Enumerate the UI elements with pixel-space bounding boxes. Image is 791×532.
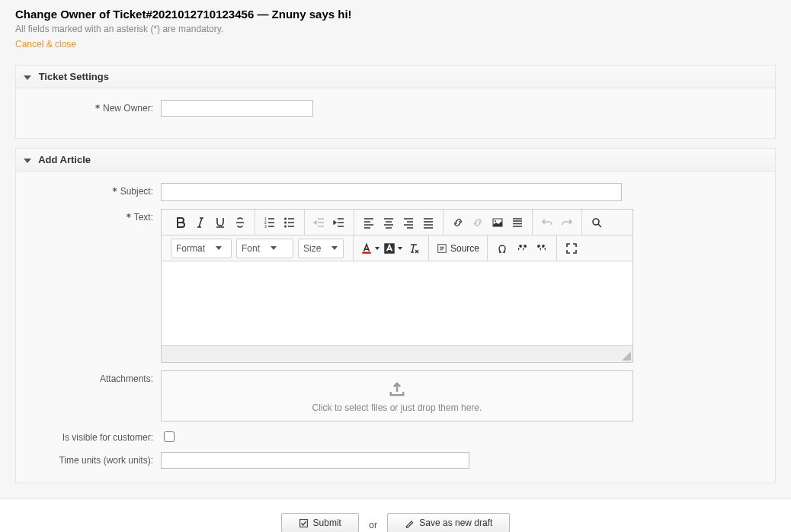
- visible-label: Is visible for customer:: [24, 429, 161, 443]
- remove-format-button[interactable]: [404, 239, 424, 258]
- new-owner-label: * New Owner:: [24, 100, 161, 114]
- editor-toolbar-2: Format Font Size: [162, 236, 632, 261]
- ticket-settings-title: Ticket Settings: [39, 71, 109, 82]
- submit-button[interactable]: Submit: [281, 513, 359, 532]
- svg-point-3: [284, 217, 287, 220]
- editor-body[interactable]: [162, 261, 632, 345]
- insert-quote-button[interactable]: [512, 239, 532, 258]
- find-button[interactable]: [587, 213, 607, 232]
- add-article-title: Add Article: [38, 154, 91, 165]
- timeunits-label: Time units (work units):: [24, 452, 161, 466]
- redo-button[interactable]: [557, 213, 577, 232]
- svg-rect-12: [299, 519, 307, 527]
- remove-quote-button[interactable]: [532, 239, 552, 258]
- maximize-button[interactable]: [562, 239, 581, 258]
- attachments-hint: Click to select files or just drop them …: [162, 402, 632, 413]
- collapse-icon: [24, 159, 31, 163]
- horizontal-rule-button[interactable]: [508, 213, 527, 232]
- resize-grip-icon[interactable]: [622, 351, 631, 361]
- page-header: Change Owner of Ticket#2021012710123456 …: [0, 0, 791, 56]
- add-article-toggle[interactable]: Add Article: [16, 149, 775, 171]
- align-left-button[interactable]: [359, 213, 379, 232]
- or-text: or: [369, 520, 377, 530]
- upload-icon: [162, 380, 632, 399]
- new-owner-input[interactable]: [161, 100, 313, 117]
- rich-text-editor: 123: [161, 209, 633, 363]
- ordered-list-button[interactable]: 123: [260, 213, 280, 232]
- page-title: Change Owner of Ticket#2021012710123456 …: [15, 8, 776, 21]
- format-dropdown[interactable]: Format: [171, 239, 232, 258]
- outdent-button[interactable]: [309, 213, 329, 232]
- editor-toolbar-1: 123: [162, 210, 632, 236]
- svg-rect-9: [362, 252, 370, 253]
- align-justify-button[interactable]: [418, 213, 438, 232]
- cancel-close-link[interactable]: Cancel & close: [15, 39, 76, 50]
- attachments-label: Attachments:: [24, 370, 161, 384]
- time-units-input[interactable]: [161, 452, 469, 469]
- special-char-button[interactable]: [492, 239, 512, 258]
- svg-text:3: 3: [264, 224, 267, 229]
- unlink-button[interactable]: [468, 213, 488, 232]
- text-color-button[interactable]: [358, 242, 381, 255]
- image-button[interactable]: [488, 213, 508, 232]
- svg-point-7: [495, 220, 496, 222]
- ticket-settings-widget: Ticket Settings * New Owner:: [15, 65, 776, 139]
- bg-color-button[interactable]: [381, 242, 404, 255]
- bold-button[interactable]: [171, 213, 191, 232]
- add-article-widget: Add Article * Subject: * Text:: [15, 148, 776, 483]
- indent-button[interactable]: [329, 213, 349, 232]
- link-button[interactable]: [448, 213, 468, 232]
- svg-point-4: [284, 221, 287, 223]
- ticket-settings-toggle[interactable]: Ticket Settings: [16, 66, 775, 88]
- editor-footer: [162, 345, 632, 362]
- italic-button[interactable]: [191, 213, 210, 232]
- collapse-icon: [24, 75, 31, 80]
- unordered-list-button[interactable]: [280, 213, 299, 232]
- source-button[interactable]: Source: [434, 243, 482, 254]
- footer-bar: Submit or Save as new draft: [0, 498, 791, 532]
- subject-input[interactable]: [161, 183, 622, 201]
- align-right-button[interactable]: [399, 213, 418, 232]
- visible-for-customer-checkbox[interactable]: [164, 431, 175, 442]
- underline-button[interactable]: [210, 213, 230, 232]
- attachments-dropzone[interactable]: Click to select files or just drop them …: [161, 370, 633, 421]
- strike-button[interactable]: [230, 213, 250, 232]
- text-label: * Text:: [24, 209, 161, 223]
- mandatory-note: All fields marked with an asterisk (*) a…: [15, 24, 776, 34]
- save-draft-button[interactable]: Save as new draft: [387, 513, 510, 532]
- undo-button[interactable]: [537, 213, 557, 232]
- align-center-button[interactable]: [379, 213, 399, 232]
- size-dropdown[interactable]: Size: [298, 239, 344, 258]
- svg-point-8: [593, 219, 599, 225]
- subject-label: * Subject:: [24, 183, 161, 197]
- font-dropdown[interactable]: Font: [236, 239, 293, 258]
- svg-point-5: [284, 225, 287, 227]
